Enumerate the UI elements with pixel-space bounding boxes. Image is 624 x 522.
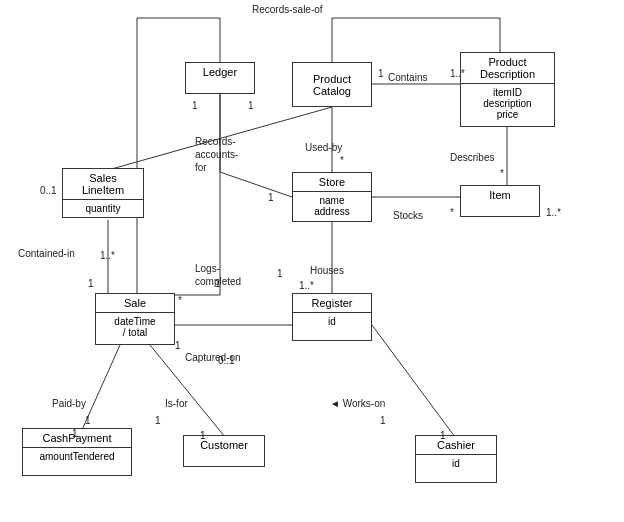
item-box: Item (460, 185, 540, 217)
label-works-on: ◄ Works-on (330, 398, 385, 409)
mult-1-isfor2: 1 (200, 430, 206, 441)
mult-star-usedby: * (340, 155, 344, 166)
customer-box: Customer (183, 435, 265, 467)
svg-line-2 (220, 172, 292, 197)
customer-title: Customer (184, 436, 264, 454)
label-used-by: Used-by (305, 142, 342, 153)
mult-1-ledger-left: 1 (192, 100, 198, 111)
ledger-box: Ledger (185, 62, 255, 94)
register-box: Register id (292, 293, 372, 341)
label-describes: Describes (450, 152, 494, 163)
product-description-title: ProductDescription (461, 53, 554, 84)
product-catalog-title: ProductCatalog (309, 69, 355, 101)
mult-1star-lineitem: 1..* (100, 250, 115, 261)
mult-1-paidby2: 1 (72, 428, 78, 439)
mult-star-logs: * (178, 295, 182, 306)
mult-star-describes: * (500, 168, 504, 179)
mult-1-logs: 1 (215, 278, 221, 289)
mult-1star-desc: 1..* (450, 68, 465, 79)
register-title: Register (293, 294, 371, 313)
sale-body: dateTime/ total (96, 313, 174, 341)
label-records-sale-of: Records-sale-of (252, 4, 323, 15)
item-title: Item (461, 186, 539, 204)
store-title: Store (293, 173, 371, 192)
label-paid-by: Paid-by (52, 398, 86, 409)
mult-1-workson2: 1 (440, 430, 446, 441)
mult-1-isfor: 1 (155, 415, 161, 426)
mult-01-captured: 0..1 (218, 355, 235, 366)
mult-1-sale-contained: 1 (88, 278, 94, 289)
mult-1-store-left: 1 (268, 192, 274, 203)
cashier-box: Cashier id (415, 435, 497, 483)
mult-1-ledger-right: 1 (248, 100, 254, 111)
sales-lineitem-body: quantity (63, 200, 143, 217)
mult-1star-item-right: 1..* (546, 207, 561, 218)
cashier-title: Cashier (416, 436, 496, 455)
sales-lineitem-box: SalesLineItem quantity (62, 168, 144, 218)
store-body: nameaddress (293, 192, 371, 220)
product-description-body: itemIDdescriptionprice (461, 84, 554, 123)
store-box: Store nameaddress (292, 172, 372, 222)
label-contained-in: Contained-in (18, 248, 75, 259)
sales-lineitem-title: SalesLineItem (63, 169, 143, 200)
label-contains: Contains (388, 72, 427, 83)
mult-1star-houses: 1..* (299, 280, 314, 291)
mult-star-item: * (450, 207, 454, 218)
mult-1-register: 1 (277, 268, 283, 279)
register-body: id (293, 313, 371, 330)
mult-1-paidby: 1 (85, 415, 91, 426)
label-stocks: Stocks (393, 210, 423, 221)
label-houses: Houses (310, 265, 344, 276)
sale-title: Sale (96, 294, 174, 313)
mult-1-captured-sale: 1 (175, 340, 181, 351)
sale-box: Sale dateTime/ total (95, 293, 175, 345)
product-catalog-box: ProductCatalog (292, 62, 372, 107)
label-records-accounts-for: Records-accounts-for (195, 135, 238, 174)
mult-1-workson: 1 (380, 415, 386, 426)
uml-diagram: Ledger ProductCatalog ProductDescription… (0, 0, 624, 522)
ledger-title: Ledger (186, 63, 254, 81)
mult-01-lineitem: 0..1 (40, 185, 57, 196)
label-is-for: Is-for (165, 398, 188, 409)
cashier-body: id (416, 455, 496, 472)
product-description-box: ProductDescription itemIDdescriptionpric… (460, 52, 555, 127)
mult-1-catalog: 1 (378, 68, 384, 79)
cash-payment-body: amountTendered (23, 448, 131, 465)
